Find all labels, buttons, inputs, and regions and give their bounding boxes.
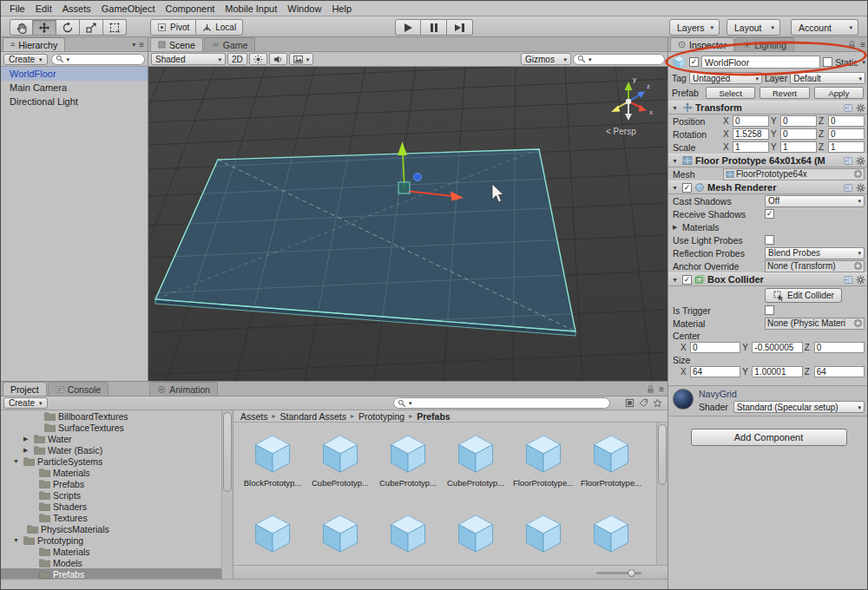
foldout-icon[interactable]: ▼: [672, 277, 680, 283]
breadcrumb-prefabs[interactable]: Prefabs: [417, 411, 450, 422]
menu-window[interactable]: Window: [282, 3, 326, 14]
foldout-icon[interactable]: ▶: [23, 447, 31, 454]
move-tool-button[interactable]: [33, 19, 56, 36]
asset-item-cubeprototype-2[interactable]: CubePrototyp...: [377, 431, 439, 488]
foldout-icon[interactable]: ▼: [13, 537, 21, 543]
hierarchy-create-button[interactable]: Create ▾: [3, 54, 48, 65]
asset-item-cubeprototype-3[interactable]: CubePrototyp...: [444, 431, 507, 488]
center-y-field[interactable]: -0.500005: [752, 342, 802, 353]
asset-item-cubeprototype-1[interactable]: CubePrototyp...: [309, 431, 372, 488]
tree-item-prototyping-prefabs[interactable]: Prefabs: [1, 568, 233, 579]
tree-item-prototyping[interactable]: ▼ Prototyping: [1, 534, 233, 546]
use-light-probes-checkbox[interactable]: [765, 235, 774, 245]
tree-item-surfacetextures[interactable]: SurfaceTextures: [1, 422, 233, 433]
help-book-icon[interactable]: [844, 103, 853, 113]
play-button[interactable]: [395, 19, 421, 36]
help-book-icon[interactable]: [844, 156, 853, 166]
asset-item[interactable]: [444, 511, 507, 556]
rotation-x-field[interactable]: 1.5258: [733, 128, 769, 140]
tree-item-models[interactable]: Models: [1, 557, 233, 568]
asset-item[interactable]: [377, 511, 439, 556]
scene-audio-toggle-button[interactable]: [269, 53, 287, 65]
scene-search-input[interactable]: ▾: [573, 54, 665, 65]
layer-dropdown[interactable]: Default ▾: [790, 72, 865, 84]
pane-menu-icon[interactable]: ≡: [659, 385, 664, 394]
hand-tool-button[interactable]: [10, 19, 33, 36]
box-collider-component-header[interactable]: ▼ ✓ Box Collider: [668, 272, 868, 286]
gear-icon[interactable]: [856, 156, 865, 166]
anchor-override-object-field[interactable]: None (Transform): [765, 260, 865, 272]
favorites-star-icon[interactable]: [653, 398, 662, 408]
scale-tool-button[interactable]: [80, 19, 103, 36]
pivot-toggle-button[interactable]: Pivot: [150, 19, 196, 36]
menu-assets[interactable]: Assets: [57, 3, 96, 14]
shading-mode-dropdown[interactable]: Shaded ▾: [151, 53, 226, 65]
scale-z-field[interactable]: 1: [828, 141, 865, 153]
scene-viewport[interactable]: y z x < Persp: [148, 67, 667, 381]
tab-animation[interactable]: Animation: [149, 382, 218, 396]
rotation-z-field[interactable]: 0: [828, 128, 865, 140]
lock-icon[interactable]: [847, 40, 857, 49]
rect-tool-button[interactable]: [103, 19, 127, 36]
box-collider-enabled-checkbox[interactable]: ✓: [682, 275, 692, 285]
scene-lighting-toggle-button[interactable]: [249, 53, 267, 65]
tree-item-billboardtextures[interactable]: BillboardTextures: [1, 410, 233, 422]
scale-x-field[interactable]: 1: [733, 141, 769, 153]
tree-item-water-basic[interactable]: ▶ Water (Basic): [1, 444, 233, 456]
asset-grid-scrollbar[interactable]: [656, 423, 667, 565]
prefab-apply-button[interactable]: Apply: [814, 87, 864, 99]
project-search-input[interactable]: ▾: [393, 397, 610, 409]
breadcrumb-standard-assets[interactable]: Standard Assets: [280, 411, 346, 422]
tree-item-materials[interactable]: Materials: [1, 467, 233, 478]
search-by-label-icon[interactable]: [639, 398, 648, 408]
foldout-icon[interactable]: ▶: [673, 224, 681, 231]
foldout-icon[interactable]: ▼: [13, 458, 21, 464]
asset-item-floorprototype-1[interactable]: FloorPrototype...: [512, 431, 575, 488]
pane-menu-icon[interactable]: ≡: [860, 41, 865, 49]
tab-lighting[interactable]: Lighting: [735, 37, 794, 51]
size-x-field[interactable]: 64: [690, 366, 740, 377]
static-dropdown-icon[interactable]: ▾: [862, 59, 865, 65]
pane-menu-icon[interactable]: ≡: [139, 41, 144, 49]
mesh-filter-component-header[interactable]: ▼ Floor Prototype 64x01x64 (M: [668, 154, 868, 167]
pause-button[interactable]: [421, 19, 447, 36]
lock-icon[interactable]: [646, 384, 655, 394]
search-filter-dropdown-icon[interactable]: ▾: [409, 400, 412, 406]
tree-item-scripts[interactable]: Scripts: [1, 489, 233, 501]
menu-gameobject[interactable]: GameObject: [96, 3, 161, 14]
menu-mobile-input[interactable]: Mobile Input: [220, 3, 282, 14]
gameobject-name-field[interactable]: WorldFloor: [701, 56, 820, 69]
hierarchy-item-directional-light[interactable]: Directional Light: [1, 95, 148, 108]
asset-item[interactable]: [580, 511, 642, 556]
tree-item-prototyping-materials[interactable]: Materials: [1, 546, 233, 557]
local-toggle-button[interactable]: Local: [196, 19, 243, 36]
pane-dropdown-icon[interactable]: ▾: [132, 42, 135, 49]
foldout-icon[interactable]: ▼: [672, 185, 680, 191]
object-picker-button[interactable]: [854, 262, 862, 270]
center-x-field[interactable]: 0: [690, 342, 740, 353]
foldout-icon[interactable]: ▶: [23, 436, 31, 442]
gizmos-dropdown[interactable]: Gizmos ▾: [521, 53, 571, 65]
receive-shadows-checkbox[interactable]: ✓: [765, 209, 774, 219]
foldout-icon[interactable]: ▼: [672, 158, 680, 164]
tab-game[interactable]: Game: [204, 37, 256, 51]
asset-item-floorprototype-2[interactable]: FloorPrototype...: [580, 431, 642, 488]
tag-dropdown[interactable]: Untagged ▾: [689, 72, 762, 84]
position-y-field[interactable]: 0: [780, 115, 817, 127]
transform-component-header[interactable]: ▼ Transform: [668, 101, 868, 115]
menu-help[interactable]: Help: [326, 3, 357, 14]
tree-item-prefabs[interactable]: Prefabs: [1, 478, 233, 489]
gear-icon[interactable]: [856, 275, 865, 285]
mesh-object-field[interactable]: FloorPrototype64x: [723, 168, 865, 180]
asset-item[interactable]: [512, 511, 575, 556]
thumbnail-zoom-slider[interactable]: [596, 572, 641, 574]
prefab-revert-button[interactable]: Revert: [760, 87, 809, 99]
search-filter-dropdown-icon[interactable]: ▾: [589, 56, 592, 62]
physic-material-object-field[interactable]: None (Physic Materi: [765, 318, 865, 330]
hierarchy-search-input[interactable]: ▾: [51, 54, 145, 65]
zoom-slider-thumb[interactable]: [628, 569, 635, 577]
foldout-icon[interactable]: ▼: [672, 105, 680, 111]
add-component-button[interactable]: Add Component: [691, 429, 847, 446]
materials-row[interactable]: ▶ Materials: [668, 220, 868, 233]
menu-file[interactable]: File: [4, 3, 30, 14]
